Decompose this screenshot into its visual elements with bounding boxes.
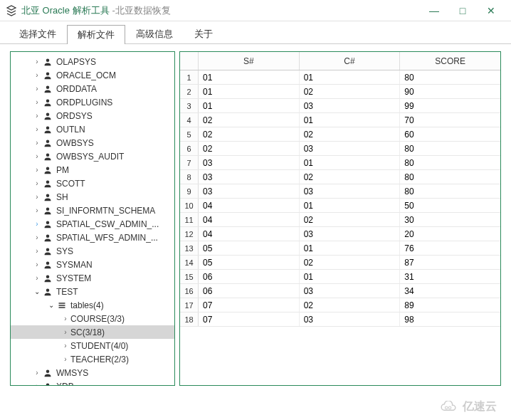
chevron-icon[interactable]: › xyxy=(32,179,42,187)
tree-item-siinformtnschema[interactable]: ›SI_INFORMTN_SCHEMA xyxy=(11,204,174,217)
table-cell[interactable]: 20 xyxy=(400,227,500,241)
table-cell[interactable]: 87 xyxy=(400,256,500,269)
table-cell[interactable]: 89 xyxy=(400,298,500,312)
tree-item-ordplugins[interactable]: ›ORDPLUGINS xyxy=(11,95,174,109)
table-cell[interactable]: 01 xyxy=(300,156,401,169)
table-row[interactable]: 8030280 xyxy=(180,170,500,184)
tab-1[interactable]: 解析文件 xyxy=(67,25,125,44)
tree-item-spatialcswadmin[interactable]: ›SPATIAL_CSW_ADMIN_... xyxy=(11,217,174,231)
chevron-icon[interactable]: ⌄ xyxy=(46,301,56,309)
chevron-icon[interactable]: › xyxy=(32,139,42,147)
table-row[interactable]: 13050176 xyxy=(180,241,500,256)
table-cell[interactable]: 03 xyxy=(300,284,401,298)
tree-item-sh[interactable]: ›SH xyxy=(11,190,174,204)
table-cell[interactable]: 76 xyxy=(400,241,500,255)
column-header[interactable]: SCORE xyxy=(400,52,500,70)
maximize-button[interactable]: □ xyxy=(448,1,477,21)
table-row[interactable]: 9030380 xyxy=(180,184,500,199)
tree-item-tables4[interactable]: ⌄tables(4) xyxy=(11,298,174,312)
table-row[interactable]: 5020260 xyxy=(180,127,500,142)
tree-item-test[interactable]: ⌄TEST xyxy=(11,285,174,298)
tree-item-outln[interactable]: ›OUTLN xyxy=(11,122,174,136)
table-cell[interactable]: 01 xyxy=(199,85,300,98)
tree-item-sys[interactable]: ›SYS xyxy=(11,244,174,258)
chevron-icon[interactable]: › xyxy=(32,206,42,214)
tree-item-sc318[interactable]: ›SC(3/18) xyxy=(11,325,174,339)
tree-item-ordsys[interactable]: ›ORDSYS xyxy=(11,109,174,122)
table-cell[interactable]: 04 xyxy=(199,199,300,212)
table-cell[interactable]: 02 xyxy=(300,170,401,184)
tree-item-wmsys[interactable]: ›WMSYS xyxy=(11,366,174,379)
table-cell[interactable]: 06 xyxy=(199,284,300,298)
tree-item-olapsys[interactable]: ›OLAPSYS xyxy=(11,55,174,68)
tree-panel[interactable]: ›OLAPSYS›ORACLE_OCM›ORDDATA›ORDPLUGINS›O… xyxy=(10,51,175,386)
table-cell[interactable]: 06 xyxy=(199,270,300,283)
table-row[interactable]: 4020170 xyxy=(180,113,500,127)
table-cell[interactable]: 02 xyxy=(199,113,300,127)
table-cell[interactable]: 03 xyxy=(199,184,300,198)
tree-item-system[interactable]: ›SYSTEM xyxy=(11,271,174,285)
table-cell[interactable]: 03 xyxy=(300,142,401,155)
table-row[interactable]: 6020380 xyxy=(180,142,500,156)
table-cell[interactable]: 80 xyxy=(400,142,500,155)
chevron-icon[interactable]: › xyxy=(32,166,42,174)
table-row[interactable]: 16060334 xyxy=(180,284,500,298)
table-cell[interactable]: 01 xyxy=(199,70,300,84)
close-button[interactable]: ✕ xyxy=(477,1,505,21)
table-cell[interactable]: 34 xyxy=(400,284,500,298)
table-cell[interactable]: 03 xyxy=(199,170,300,184)
table-row[interactable]: 14050287 xyxy=(180,256,500,270)
table-cell[interactable]: 01 xyxy=(300,113,401,127)
table-row[interactable]: 2010290 xyxy=(180,85,500,99)
table-row[interactable]: 1010180 xyxy=(180,70,500,85)
tree-item-orddata[interactable]: ›ORDDATA xyxy=(11,82,174,95)
table-cell[interactable]: 03 xyxy=(300,184,401,198)
chevron-icon[interactable]: › xyxy=(32,247,42,255)
table-cell[interactable]: 70 xyxy=(400,113,500,127)
chevron-icon[interactable]: › xyxy=(60,328,70,336)
tab-0[interactable]: 选择文件 xyxy=(9,24,67,43)
tree-item-oracleocm[interactable]: ›ORACLE_OCM xyxy=(11,68,174,82)
chevron-icon[interactable]: › xyxy=(32,369,42,377)
table-cell[interactable]: 02 xyxy=(300,213,401,226)
table-cell[interactable]: 03 xyxy=(199,156,300,169)
chevron-icon[interactable]: › xyxy=(32,261,42,268)
table-cell[interactable]: 03 xyxy=(300,227,401,241)
table-cell[interactable]: 01 xyxy=(199,99,300,112)
column-header[interactable]: S# xyxy=(199,52,300,70)
tree-item-pm[interactable]: ›PM xyxy=(11,163,174,177)
table-cell[interactable]: 02 xyxy=(300,85,401,98)
tree-item-course33[interactable]: ›COURSE(3/3) xyxy=(11,312,174,325)
table-cell[interactable]: 04 xyxy=(199,213,300,226)
table-cell[interactable]: 02 xyxy=(199,142,300,155)
tree-item-owbsysaudit[interactable]: ›OWBSYS_AUDIT xyxy=(11,149,174,163)
chevron-icon[interactable]: › xyxy=(60,355,70,363)
chevron-icon[interactable]: › xyxy=(32,112,42,120)
chevron-icon[interactable]: › xyxy=(32,233,42,241)
table-cell[interactable]: 07 xyxy=(199,298,300,312)
table-row[interactable]: 11040230 xyxy=(180,213,500,227)
chevron-icon[interactable]: › xyxy=(32,58,42,65)
table-cell[interactable]: 60 xyxy=(400,127,500,141)
chevron-icon[interactable]: › xyxy=(60,315,70,322)
table-cell[interactable]: 30 xyxy=(400,213,500,226)
table-cell[interactable]: 80 xyxy=(400,184,500,198)
table-cell[interactable]: 02 xyxy=(199,127,300,141)
chevron-icon[interactable]: › xyxy=(32,125,42,133)
tree-item-teacher23[interactable]: ›TEACHER(2/3) xyxy=(11,352,174,366)
tree-item-scott[interactable]: ›SCOTT xyxy=(11,177,174,190)
chevron-icon[interactable]: › xyxy=(32,382,42,386)
tab-2[interactable]: 高级信息 xyxy=(125,24,184,43)
chevron-icon[interactable]: › xyxy=(32,85,42,93)
table-row[interactable]: 18070398 xyxy=(180,313,500,327)
chevron-icon[interactable]: › xyxy=(32,220,42,228)
table-cell[interactable]: 01 xyxy=(300,199,401,212)
table-cell[interactable]: 90 xyxy=(400,85,500,98)
column-header[interactable]: C# xyxy=(300,52,401,70)
tree-item-owbsys[interactable]: ›OWBSYS xyxy=(11,136,174,149)
tree-item-student40[interactable]: ›STUDENT(4/0) xyxy=(11,339,174,352)
table-cell[interactable]: 01 xyxy=(300,270,401,283)
chevron-icon[interactable]: › xyxy=(32,98,42,106)
table-cell[interactable]: 03 xyxy=(300,99,401,112)
table-cell[interactable]: 01 xyxy=(300,70,401,84)
